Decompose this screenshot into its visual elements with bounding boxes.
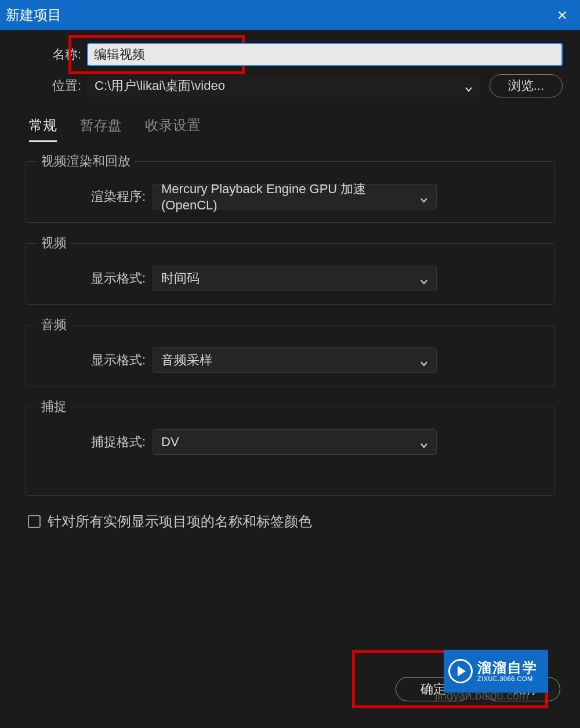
video-format-dropdown[interactable]: 时间码 [153, 266, 437, 291]
watermark-url: ZIXUE.3066.COM [477, 675, 538, 682]
chevron-down-icon [420, 193, 428, 201]
capture-format-label: 捕捉格式: [37, 433, 153, 451]
display-name-color-row: 针对所有实例显示项目项的名称和标签颜色 [26, 508, 554, 535]
capture-format-value: DV [161, 434, 179, 450]
name-input[interactable] [87, 43, 563, 66]
dialog-title: 新建项目 [6, 6, 61, 24]
group-capture: 捕捉 捕捉格式: DV [26, 398, 554, 496]
renderer-dropdown[interactable]: Mercury Playback Engine GPU 加速 (OpenCL) [153, 184, 437, 209]
name-label: 名称: [17, 46, 87, 63]
group-video: 视频 显示格式: 时间码 [26, 234, 554, 305]
watermark-faint-text: jingyan.baidu.com [435, 689, 528, 702]
chevron-down-icon [420, 356, 428, 364]
chevron-down-icon [465, 82, 473, 90]
tab-content: 视频渲染和回放 渲染程序: Mercury Playback Engine GP… [17, 142, 563, 535]
location-value: C:\用户\likai\桌面\video [95, 77, 225, 95]
audio-format-label: 显示格式: [37, 352, 153, 369]
location-label: 位置: [17, 77, 87, 95]
tab-scratch-disks[interactable]: 暂存盘 [80, 116, 122, 142]
video-format-value: 时间码 [161, 270, 200, 287]
group-render-legend: 视频渲染和回放 [37, 153, 135, 170]
display-name-color-label: 针对所有实例显示项目项的名称和标签颜色 [48, 512, 312, 531]
titlebar: 新建项目 × [0, 0, 580, 30]
chevron-down-icon [420, 274, 428, 282]
tab-general[interactable]: 常规 [29, 116, 57, 142]
location-dropdown[interactable]: C:\用户\likai\桌面\video [87, 74, 480, 97]
browse-button[interactable]: 浏览... [490, 74, 563, 97]
audio-format-value: 音频采样 [161, 352, 212, 369]
location-row: 位置: C:\用户\likai\桌面\video 浏览... [17, 74, 563, 97]
group-capture-legend: 捕捉 [37, 398, 71, 415]
capture-format-dropdown[interactable]: DV [153, 429, 437, 455]
group-video-legend: 视频 [37, 234, 71, 252]
video-format-label: 显示格式: [37, 270, 153, 287]
audio-format-dropdown[interactable]: 音频采样 [153, 347, 437, 373]
group-audio: 音频 显示格式: 音频采样 [26, 316, 554, 386]
close-icon[interactable]: × [550, 6, 574, 24]
renderer-label: 渲染程序: [37, 188, 153, 205]
group-render-playback: 视频渲染和回放 渲染程序: Mercury Playback Engine GP… [26, 153, 554, 223]
group-audio-legend: 音频 [37, 316, 71, 334]
tabs: 常规 暂存盘 收录设置 [17, 106, 563, 142]
watermark-logo: 溜溜自学 ZIXUE.3066.COM [444, 650, 548, 693]
play-icon [448, 659, 473, 683]
tab-ingest-settings[interactable]: 收录设置 [145, 116, 201, 142]
form-area: 名称: 位置: C:\用户\likai\桌面\video 浏览... 常规 暂存… [0, 30, 580, 535]
watermark-brand: 溜溜自学 [477, 660, 538, 675]
renderer-value: Mercury Playback Engine GPU 加速 (OpenCL) [161, 180, 420, 213]
name-row: 名称: [17, 43, 563, 66]
display-name-color-checkbox[interactable] [28, 515, 41, 528]
chevron-down-icon [420, 438, 428, 446]
